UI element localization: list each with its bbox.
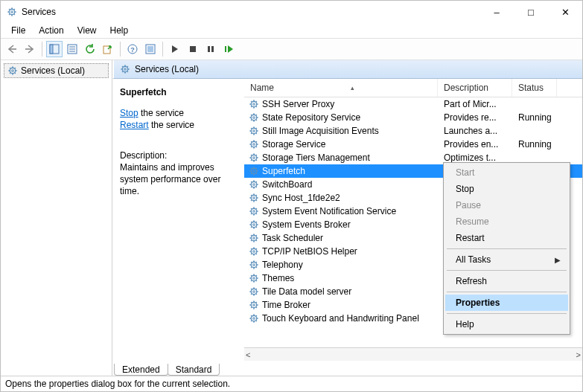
service-desc: Optimizes t...: [438, 152, 512, 163]
menubar: File Action View Help: [1, 23, 582, 38]
svg-rect-21: [190, 46, 196, 52]
gear-icon: [249, 126, 259, 136]
restart-service-link[interactable]: Restart: [120, 120, 149, 130]
ctx-stop[interactable]: Stop: [445, 181, 568, 197]
tree-root-item[interactable]: Services (Local): [4, 63, 109, 78]
separator: [447, 270, 567, 271]
gear-icon: [249, 112, 259, 123]
separator: [447, 313, 567, 314]
stop-service-button[interactable]: [185, 41, 201, 57]
detail-pane: Services (Local) Superfetch Stop the ser…: [112, 60, 582, 376]
export-button[interactable]: [100, 41, 116, 57]
service-name: Still Image Acquisition Events: [262, 126, 379, 136]
tab-standard[interactable]: Standard: [168, 364, 220, 376]
gear-icon: [249, 99, 259, 109]
services-icon: [7, 7, 17, 17]
service-name: System Event Notification Service: [262, 206, 396, 216]
forward-button[interactable]: [22, 41, 38, 57]
back-button[interactable]: [4, 41, 20, 57]
service-name: Sync Host_1fde2e2: [262, 193, 340, 203]
ctx-help[interactable]: Help: [445, 316, 568, 332]
gear-icon: [249, 193, 259, 203]
service-row[interactable]: Still Image Acquisition EventsLaunches a…: [244, 124, 582, 138]
service-name: Superfetch: [262, 166, 305, 176]
service-name: Telephony: [262, 260, 303, 270]
detail-header: Services (Local): [112, 60, 582, 79]
selected-service-name: Superfetch: [120, 86, 238, 98]
minimize-button[interactable]: –: [480, 1, 514, 23]
separator: [447, 292, 567, 292]
menu-view[interactable]: View: [71, 25, 103, 36]
start-service-button[interactable]: [167, 41, 183, 57]
service-name: SSH Server Proxy: [262, 99, 334, 109]
description-label: Description:: [120, 150, 238, 161]
menu-help[interactable]: Help: [104, 25, 135, 36]
column-headers: Name ▴ Description Status: [244, 79, 582, 97]
svg-rect-24: [225, 46, 226, 52]
scroll-right-icon[interactable]: >: [576, 350, 581, 359]
tool-button[interactable]: [142, 41, 159, 57]
service-name: Themes: [262, 273, 294, 283]
gear-icon: [249, 246, 259, 257]
separator: [162, 42, 163, 57]
gear-icon: [249, 166, 259, 176]
gear-icon: [249, 206, 259, 216]
service-desc: Part of Micr...: [438, 99, 512, 109]
status-text: Opens the properties dialog box for the …: [5, 379, 230, 389]
service-desc: Provides en...: [438, 139, 512, 150]
ctx-refresh[interactable]: Refresh: [445, 273, 568, 289]
gear-icon: [7, 65, 18, 76]
horizontal-scrollbar[interactable]: < >: [244, 347, 582, 361]
menu-file[interactable]: File: [5, 25, 31, 36]
service-row[interactable]: SSH Server ProxyPart of Micr...: [244, 97, 582, 111]
service-name: Tile Data model server: [262, 286, 351, 297]
help-button[interactable]: ?: [124, 41, 141, 57]
close-button[interactable]: ✕: [548, 1, 582, 23]
ctx-all-tasks[interactable]: All Tasks▶: [445, 251, 568, 268]
service-name: Storage Service: [262, 139, 325, 150]
stop-suffix: the service: [138, 108, 184, 118]
properties-button[interactable]: [64, 41, 80, 57]
service-status: Running: [512, 139, 572, 150]
detail-header-title: Services (Local): [135, 64, 199, 74]
ctx-resume: Resume: [445, 213, 568, 230]
separator: [42, 42, 42, 57]
gear-icon: [249, 233, 259, 243]
gear-icon: [249, 139, 259, 150]
service-name: Storage Tiers Management: [262, 152, 370, 163]
separator: [447, 248, 567, 249]
column-name[interactable]: Name ▴: [244, 79, 438, 97]
stop-service-link[interactable]: Stop: [120, 108, 138, 118]
chevron-right-icon: ▶: [555, 256, 561, 264]
svg-rect-22: [208, 46, 210, 52]
ctx-restart[interactable]: Restart: [445, 230, 568, 246]
maximize-button[interactable]: □: [514, 1, 548, 23]
service-name: Time Broker: [262, 300, 310, 310]
svg-rect-20: [147, 46, 153, 52]
gear-icon: [249, 179, 259, 190]
scroll-left-icon[interactable]: <: [246, 350, 250, 359]
restart-service-button[interactable]: [220, 41, 237, 57]
menu-action[interactable]: Action: [33, 25, 69, 36]
service-name: State Repository Service: [262, 112, 360, 123]
ctx-properties[interactable]: Properties: [445, 295, 568, 311]
column-status[interactable]: Status: [512, 79, 557, 97]
detail-view-button[interactable]: [46, 41, 63, 57]
toolbar: ?: [1, 38, 582, 60]
gear-icon: [249, 313, 259, 324]
service-desc: Launches a...: [438, 126, 512, 136]
service-row[interactable]: Storage ServiceProvides en...Running: [244, 138, 582, 151]
service-desc: Provides re...: [438, 112, 512, 123]
view-tabs: Extended Standard: [112, 361, 582, 376]
pause-service-button[interactable]: [203, 41, 219, 57]
ctx-start: Start: [445, 164, 568, 181]
gear-icon: [120, 64, 130, 74]
gear-icon: [249, 286, 259, 297]
gear-icon: [249, 260, 259, 270]
column-description[interactable]: Description: [438, 79, 512, 97]
tab-extended[interactable]: Extended: [114, 364, 168, 376]
svg-rect-11: [50, 45, 53, 54]
tree-root-label: Services (Local): [21, 65, 85, 76]
refresh-button[interactable]: [82, 41, 98, 57]
service-row[interactable]: State Repository ServiceProvides re...Ru…: [244, 111, 582, 124]
